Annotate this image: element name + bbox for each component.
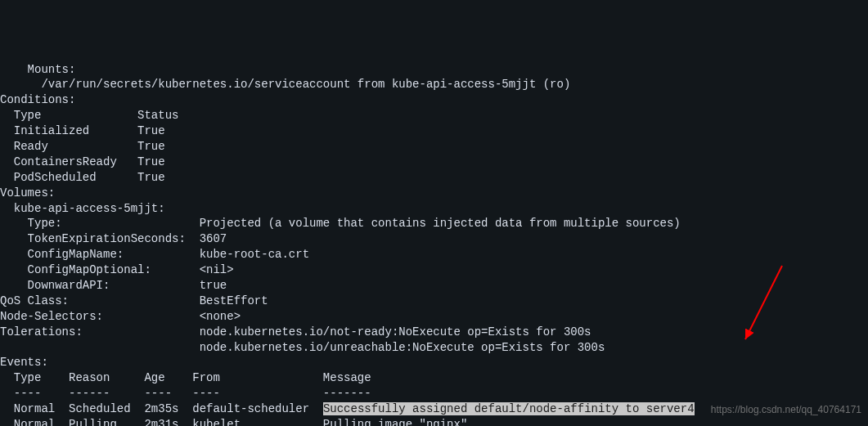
mounts-header: Mounts: [0, 62, 868, 78]
volume-row: TokenExpirationSeconds: 3607 [0, 231, 868, 247]
event-message-highlight: Successfully assigned default/node-affin… [323, 402, 695, 415]
volumes-header: Volumes: [0, 186, 868, 201]
condition-row: Ready True [0, 139, 868, 155]
event-row-prefix: Normal Scheduled 2m35s default-scheduler [0, 402, 323, 415]
volume-row: ConfigMapName: kube-root-ca.crt [0, 247, 868, 262]
conditions-cols: Type Status [0, 108, 868, 123]
watermark-text: https://blog.csdn.net/qq_40764171 [711, 403, 861, 416]
volume-row: DownwardAPI: true [0, 278, 868, 294]
events-header: Events: [0, 355, 868, 370]
event-row: Normal Pulling 2m31s kubelet Pulling ima… [0, 417, 868, 426]
condition-row: PodScheduled True [0, 170, 868, 186]
mounts-path: /var/run/secrets/kubernetes.io/serviceac… [0, 77, 868, 92]
qos-line: QoS Class: BestEffort [0, 294, 868, 309]
condition-row: Initialized True [0, 123, 868, 139]
tolerations-line: Tolerations: node.kubernetes.io/not-read… [0, 325, 868, 340]
events-dash: ---- ------ ---- ---- ------- [0, 386, 868, 401]
events-cols: Type Reason Age From Message [0, 370, 868, 386]
nodeselectors-line: Node-Selectors: <none> [0, 309, 868, 325]
volume-row: Type: Projected (a volume that contains … [0, 216, 868, 231]
tolerations-line: node.kubernetes.io/unreachable:NoExecute… [0, 340, 868, 356]
volume-row: ConfigMapOptional: <nil> [0, 262, 868, 278]
terminal-output[interactable]: Mounts: /var/run/secrets/kubernetes.io/s… [0, 62, 868, 426]
conditions-header: Conditions: [0, 92, 868, 108]
condition-row: ContainersReady True [0, 155, 868, 170]
volume-name: kube-api-access-5mjjt: [0, 201, 868, 217]
